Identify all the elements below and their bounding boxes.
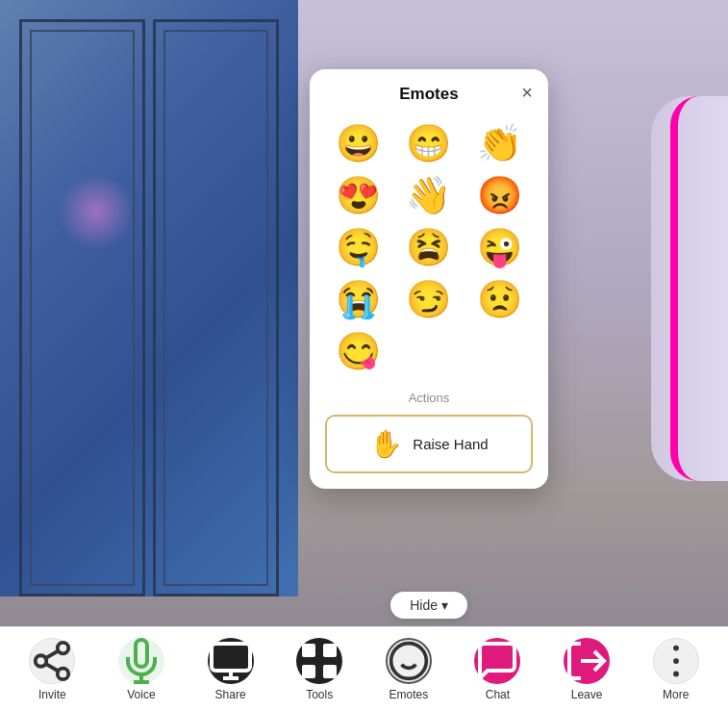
svg-point-0 (58, 642, 69, 653)
hide-button[interactable]: Hide ▾ (390, 592, 467, 619)
toolbar-item-invite[interactable]: Invite (23, 638, 81, 701)
svg-point-14 (390, 643, 426, 678)
chat-icon (474, 638, 520, 684)
svg-point-20 (673, 671, 679, 676)
emoji-smirk[interactable]: 😏 (395, 275, 462, 323)
leave-label: Leave (571, 688, 603, 701)
actions-label: Actions (325, 391, 533, 405)
raise-hand-label: Raise Hand (413, 436, 488, 452)
toolbar-item-leave[interactable]: Leave (558, 638, 615, 701)
svg-point-19 (673, 658, 679, 664)
panel-header: Emotes × (325, 85, 533, 104)
toolbar-item-voice[interactable]: Voice (113, 638, 170, 701)
share-label: Share (215, 688, 246, 701)
raise-hand-button[interactable]: ✋ Raise Hand (325, 415, 533, 473)
light-bloom (58, 173, 135, 250)
emoji-angry[interactable]: 😡 (466, 171, 533, 219)
emoji-tired[interactable]: 😫 (395, 223, 462, 271)
svg-rect-11 (323, 644, 337, 657)
svg-line-3 (46, 663, 59, 671)
invite-icon (29, 638, 75, 684)
voice-icon (118, 638, 164, 684)
toolbar-item-tools[interactable]: Tools (290, 638, 348, 701)
toolbar-item-emotes[interactable]: Emotes (380, 638, 438, 701)
close-button[interactable]: × (521, 83, 533, 102)
svg-point-2 (58, 668, 69, 679)
toolbar-item-more[interactable]: More (647, 638, 705, 701)
svg-point-1 (36, 655, 47, 667)
more-icon (653, 638, 699, 684)
leave-icon (564, 638, 610, 684)
svg-point-18 (673, 645, 679, 650)
share-screen-icon (208, 638, 254, 684)
more-label: More (663, 688, 689, 701)
emoji-smile[interactable]: 😀 (325, 119, 391, 167)
svg-rect-7 (212, 644, 250, 671)
emoji-clap[interactable]: 👏 (466, 119, 533, 167)
svg-rect-10 (302, 644, 315, 657)
tools-icon (296, 638, 342, 684)
hide-button-container: Hide ▾ (310, 592, 548, 619)
panel-title: Emotes (399, 85, 458, 104)
tools-label: Tools (306, 688, 333, 701)
raise-hand-icon: ✋ (369, 428, 403, 460)
emotes-label: Emotes (389, 688, 428, 701)
emoji-heart-eyes[interactable]: 😍 (325, 171, 391, 219)
emoji-wink[interactable]: 😜 (466, 223, 533, 271)
emoji-tongue-out[interactable]: 😋 (325, 327, 391, 375)
emotes-icon (386, 638, 432, 684)
chat-label: Chat (486, 688, 510, 701)
toolbar-item-chat[interactable]: Chat (468, 638, 526, 701)
emoji-concerned[interactable]: 😟 (466, 275, 533, 323)
emotes-panel: Emotes × 😀 😁 👏 😍 👋 😡 🤤 😫 😜 😭 😏 😟 😋 Actio… (310, 69, 548, 489)
emoji-grid: 😀 😁 👏 😍 👋 😡 🤤 😫 😜 😭 😏 😟 😋 (325, 119, 533, 375)
bottom-toolbar: Invite Voice Share (0, 626, 728, 711)
emoji-wave[interactable]: 👋 (395, 171, 462, 219)
svg-line-4 (46, 650, 59, 658)
svg-rect-12 (302, 665, 315, 678)
toolbar-item-share[interactable]: Share (202, 638, 260, 701)
svg-rect-13 (323, 665, 337, 678)
emoji-drool[interactable]: 🤤 (325, 223, 391, 271)
voice-label: Voice (127, 688, 155, 701)
pink-curve (670, 96, 728, 481)
emoji-grin[interactable]: 😁 (395, 119, 462, 167)
emoji-sob[interactable]: 😭 (325, 275, 391, 323)
invite-label: Invite (38, 688, 66, 701)
